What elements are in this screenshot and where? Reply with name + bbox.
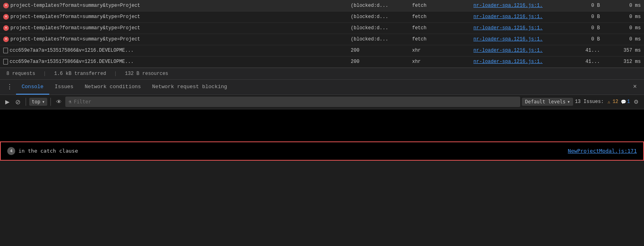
row-initiator[interactable]: nr-loader-spa.1216.js:1.	[470, 11, 572, 22]
network-table: ✕project-templates?format=summary&type=P…	[0, 0, 644, 68]
row-time: 0 ms	[603, 0, 644, 11]
row-name: ✕project-templates?format=summary&type=P…	[0, 11, 348, 22]
close-panel-button[interactable]: ×	[629, 83, 641, 91]
live-expressions-button[interactable]: 👁	[54, 97, 64, 106]
network-row[interactable]: ccc659e7aa?a=1535175866&v=1216.DEVELOPME…	[0, 45, 644, 56]
row-name: ✕project-templates?format=summary&type=P…	[0, 34, 348, 45]
row-time: 0 ms	[603, 34, 644, 45]
clear-icon: ⊘	[15, 98, 20, 106]
console-last-row: 4 in the catch clause NewProjectModal.js…	[0, 141, 644, 161]
info-icon: 💬	[621, 99, 626, 105]
row-name: ✕project-templates?format=summary&type=P…	[0, 22, 348, 34]
row-name: ccc659e7aa?a=1535175866&v=1216.DEVELOPME…	[0, 45, 348, 56]
warning-icon: ⚠	[606, 99, 612, 105]
row-size: 41...	[572, 45, 603, 56]
row-status: (blocked:d...	[348, 11, 409, 22]
tabs-bar: ⋮ ConsoleIssuesNetwork conditionsNetwork…	[0, 80, 644, 95]
console-settings-button[interactable]: ⚙	[632, 97, 641, 106]
error-icon: ✕	[3, 3, 9, 8]
row-size: 41...	[572, 56, 603, 67]
requests-count: 8 requests	[6, 71, 35, 77]
row-name-text: ccc659e7aa?a=1535175866&v=1216.DEVELOPME…	[10, 59, 134, 65]
tab-network-conditions[interactable]: Network conditions	[79, 79, 146, 95]
row-name: ✕project-templates?format=summary&type=P…	[0, 0, 348, 11]
transferred-size: 1.6 kB transferred	[54, 71, 106, 77]
row-time: 0 ms	[603, 11, 644, 22]
console-empty-area	[0, 109, 644, 141]
row-time: 357 ms	[603, 45, 644, 56]
clear-console-button[interactable]: ⊘	[13, 97, 22, 107]
row-size: 0 B	[572, 0, 603, 11]
row-name-text: ccc659e7aa?a=1535175866&v=1216.DEVELOPME…	[10, 48, 134, 53]
row-initiator[interactable]: nr-loader-spa.1216.js:1.	[470, 22, 572, 34]
levels-label: Default levels	[525, 99, 566, 105]
row-time: 0 ms	[603, 22, 644, 34]
filter-input[interactable]	[74, 99, 517, 105]
log-levels-button[interactable]: Default levels ▾	[522, 98, 573, 106]
message-count-badge: 4	[7, 147, 15, 155]
row-size: 0 B	[572, 34, 603, 45]
row-name-text: project-templates?format=summary&type=Pr…	[10, 14, 140, 20]
issues-info-count: 1	[627, 99, 630, 105]
divider-1	[26, 98, 26, 106]
row-type: fetch	[409, 11, 470, 22]
row-status: 200	[348, 56, 409, 67]
row-type: xhr	[409, 56, 470, 67]
dropdown-arrow-icon: ▾	[42, 99, 45, 105]
issues-badge: 13 Issues: ⚠ 12 💬 1	[575, 99, 630, 105]
row-type: fetch	[409, 0, 470, 11]
divider-2	[50, 98, 51, 106]
network-row[interactable]: ccc659e7aa?a=1535175866&v=1216.DEVELOPME…	[0, 56, 644, 67]
settings-icon: ⚙	[634, 99, 639, 105]
network-row[interactable]: ✕project-templates?format=summary&type=P…	[0, 22, 644, 34]
network-row[interactable]: ✕project-templates?format=summary&type=P…	[0, 11, 644, 22]
row-initiator[interactable]: nr-loader-spa.1216.js:1.	[470, 56, 572, 67]
row-name-text: project-templates?format=summary&type=Pr…	[10, 3, 140, 8]
issues-warning-count: 12	[612, 99, 618, 105]
console-source-link[interactable]: NewProjectModal.js:171	[568, 148, 637, 154]
row-type: fetch	[409, 22, 470, 34]
issues-label: 13 Issues:	[575, 99, 604, 105]
sidebar-toggle-button[interactable]: ▶	[3, 97, 12, 106]
row-type: xhr	[409, 45, 470, 56]
tabs-menu-button[interactable]: ⋮	[3, 83, 16, 91]
eye-icon: 👁	[56, 99, 62, 105]
console-message-wrapper: 4 in the catch clause	[7, 147, 78, 155]
network-row[interactable]: ✕project-templates?format=summary&type=P…	[0, 0, 644, 11]
filter-icon: ⚗	[68, 99, 71, 105]
issues-info-badge[interactable]: 💬 1	[621, 99, 630, 105]
console-message: in the catch clause	[18, 148, 78, 154]
doc-icon	[3, 48, 8, 53]
doc-icon	[3, 59, 8, 65]
row-status: (blocked:d...	[348, 34, 409, 45]
filter-wrapper: ⚗	[65, 97, 520, 107]
tab-console[interactable]: Console	[16, 79, 49, 95]
row-initiator[interactable]: nr-loader-spa.1216.js:1.	[470, 45, 572, 56]
row-status: (blocked:d...	[348, 22, 409, 34]
row-time: 312 ms	[603, 56, 644, 67]
row-initiator[interactable]: nr-loader-spa.1216.js:1.	[470, 34, 572, 45]
network-row[interactable]: ✕project-templates?format=summary&type=P…	[0, 34, 644, 45]
levels-arrow-icon: ▾	[567, 99, 570, 105]
issues-warning-badge[interactable]: ⚠ 12	[606, 99, 618, 105]
error-icon: ✕	[3, 36, 9, 42]
row-status: (blocked:d...	[348, 0, 409, 11]
row-name-text: project-templates?format=summary&type=Pr…	[10, 25, 140, 31]
tab-issues[interactable]: Issues	[49, 79, 79, 95]
tab-network-request-blocking[interactable]: Network request blocking	[147, 79, 233, 95]
error-icon: ✕	[3, 14, 9, 20]
console-toolbar: ▶ ⊘ top ▾ 👁 ⚗ Default levels ▾ 13 Issues…	[0, 95, 644, 109]
status-bar: 8 requests | 1.6 kB transferred | 132 B …	[0, 68, 644, 80]
sidebar-icon: ▶	[5, 99, 10, 105]
row-size: 0 B	[572, 11, 603, 22]
separator-2: |	[114, 71, 117, 77]
row-name: ccc659e7aa?a=1535175866&v=1216.DEVELOPME…	[0, 56, 348, 67]
context-dropdown[interactable]: top ▾	[29, 98, 47, 106]
row-initiator[interactable]: nr-loader-spa.1216.js:1.	[470, 0, 572, 11]
row-status: 200	[348, 45, 409, 56]
row-name-text: project-templates?format=summary&type=Pr…	[10, 36, 140, 42]
row-size: 0 B	[572, 22, 603, 34]
context-label: top	[32, 99, 40, 105]
resources-size: 132 B resources	[125, 71, 168, 77]
error-icon: ✕	[3, 25, 9, 31]
